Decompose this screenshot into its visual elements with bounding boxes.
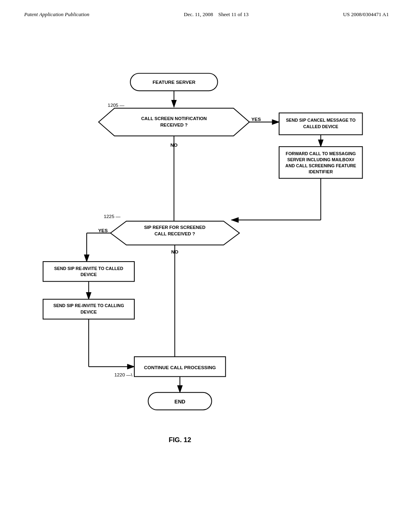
forward-call-label3: AND CALL SCREENING FEATURE — [286, 163, 356, 168]
figure-caption: FIG. 12 — [169, 436, 191, 444]
header-right: US 2008/0304471 A1 — [343, 11, 389, 18]
header-center: Dec. 11, 2008 Sheet 11 of 13 — [184, 11, 248, 18]
forward-call-label2: SERVER INCLUDING MAILBOX# — [287, 157, 354, 162]
send-sip-cancel-label2: CALLED DEVICE — [303, 124, 338, 129]
yes-label1: YES — [251, 116, 261, 122]
sip-refer-label1: SIP REFER FOR SCREENED — [144, 225, 205, 230]
label-1205: 1205 — — [108, 102, 125, 108]
label-1220: 1220 —\ — [114, 372, 132, 378]
feature-server-label: FEATURE SERVER — [152, 79, 196, 85]
header-left: Patent Application Publication — [24, 11, 90, 18]
sip-refer-label2: CALL RECEIVED ? — [154, 231, 195, 236]
yes-label2: YES — [98, 228, 108, 233]
diagram-area: FEATURE SERVER 1205 — CALL SCREEN NOTIFI… — [0, 22, 413, 505]
forward-call-label1: FORWARD CALL TO MESSAGING — [286, 151, 356, 156]
call-screen-label1: CALL SCREEN NOTIFICATION — [141, 116, 207, 121]
end-label: END — [175, 399, 186, 405]
header: Patent Application Publication Dec. 11, … — [0, 0, 413, 18]
reinvite-calling-label2: DEVICE — [81, 310, 97, 314]
reinvite-called-label2: DEVICE — [81, 272, 97, 277]
continue-call-label: CONTINUE CALL PROCESSING — [144, 365, 216, 370]
label-1225: 1225 — — [104, 214, 121, 219]
forward-call-label4: IDENTIFIER — [309, 169, 333, 174]
reinvite-called-label1: SEND SIP RE-INVITE TO CALLED — [54, 266, 123, 271]
send-sip-cancel-label1: SEND SIP CANCEL MESSAGE TO — [286, 118, 356, 123]
svg-rect-15 — [43, 262, 134, 281]
reinvite-calling-label1: SEND SIP RE-INVITE TO CALLING — [53, 303, 124, 308]
call-screen-label2: RECEIVED ? — [160, 123, 188, 127]
